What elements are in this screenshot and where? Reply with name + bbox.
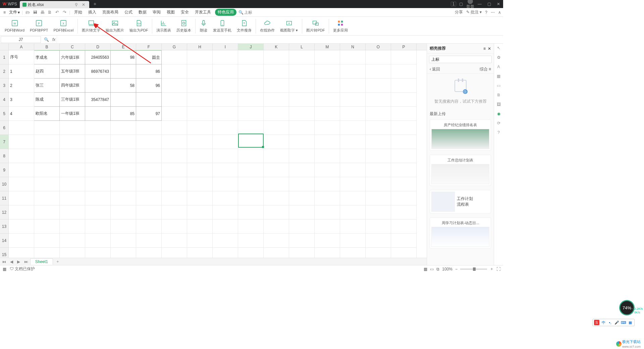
cell[interactable] (391, 93, 417, 107)
cell[interactable] (366, 163, 391, 177)
sheet-tab-1[interactable]: Sheet1 (30, 258, 53, 265)
cell[interactable] (315, 248, 340, 258)
cell[interactable] (213, 135, 238, 149)
col-P[interactable]: P (391, 44, 417, 50)
col-J[interactable]: J (238, 44, 264, 50)
cell[interactable] (85, 163, 111, 177)
cell[interactable] (187, 205, 213, 219)
tab-close-icon[interactable]: ✕ (80, 2, 87, 7)
sheet-nav-last[interactable]: ⏭ (22, 259, 30, 264)
grid-icon[interactable]: ▦ (497, 74, 500, 79)
cell[interactable] (315, 163, 340, 177)
cell[interactable] (391, 205, 417, 219)
comment-button[interactable]: ✎ 批注 ▾ (466, 9, 482, 15)
row-header[interactable]: 15 (0, 248, 9, 258)
fx-icon[interactable]: fx (51, 37, 57, 42)
sidepanel-search[interactable] (429, 56, 492, 63)
cell[interactable] (9, 121, 34, 135)
cell[interactable] (264, 163, 289, 177)
cell[interactable]: 1 (9, 64, 34, 79)
cell[interactable] (187, 107, 213, 121)
sync-icon[interactable]: ▢ (456, 2, 466, 6)
menu-insert[interactable]: 插入 (86, 9, 98, 15)
cell[interactable] (34, 191, 60, 205)
zoom-out-icon[interactable]: − (455, 267, 458, 271)
cell[interactable] (315, 177, 340, 191)
cell[interactable] (85, 79, 111, 93)
btn-img2pdf[interactable]: 图片转PDF (304, 19, 327, 33)
cell[interactable]: 96 (136, 79, 162, 93)
col-H[interactable]: H (187, 44, 213, 50)
cell[interactable] (187, 219, 213, 234)
row-header[interactable]: 12 (0, 205, 9, 219)
cell[interactable] (34, 248, 60, 258)
cell[interactable] (366, 205, 391, 219)
cell[interactable] (162, 79, 187, 93)
btn-slimfile[interactable]: 文件瘦身 (234, 19, 254, 33)
cell[interactable] (213, 248, 238, 258)
cell[interactable] (264, 205, 289, 219)
view-break-icon[interactable]: ⧉ (436, 267, 439, 271)
cell[interactable] (85, 121, 111, 135)
cell[interactable] (213, 64, 238, 79)
menu-devtools[interactable]: 开发工具 (193, 9, 213, 15)
cell[interactable]: 85 (111, 107, 136, 121)
cell[interactable] (162, 121, 187, 135)
row-header[interactable]: 10 (0, 177, 9, 191)
cell[interactable] (315, 149, 340, 163)
cell[interactable] (289, 107, 315, 121)
cell[interactable] (187, 121, 213, 135)
cell[interactable] (9, 135, 34, 149)
note-icon[interactable]: 🗎 (497, 93, 501, 97)
share-button[interactable]: 分享 (455, 9, 463, 15)
template-card[interactable]: 周学习计划表-动态日... (430, 217, 491, 249)
cell[interactable] (136, 121, 162, 135)
cell[interactable] (315, 191, 340, 205)
cell[interactable]: 欧阳名 (34, 107, 60, 121)
menu-view[interactable]: 视图 (165, 9, 177, 15)
cell[interactable] (187, 177, 213, 191)
cell[interactable]: 28405563 (85, 50, 111, 64)
cell[interactable] (136, 191, 162, 205)
cell[interactable] (315, 121, 340, 135)
sheet-nav-next[interactable]: ▶ (15, 259, 22, 264)
btn-more-apps[interactable]: 更多应用 (330, 19, 351, 33)
cell[interactable] (289, 121, 315, 135)
menu-special[interactable]: 特色应用 (215, 9, 236, 16)
cell[interactable] (60, 163, 85, 177)
new-tab-button[interactable]: ＋ (89, 1, 101, 7)
cell[interactable]: 四年级2班 (60, 79, 85, 93)
cell[interactable] (315, 79, 340, 93)
cell[interactable] (366, 149, 391, 163)
btn-export-image[interactable]: 输出为图片 (103, 19, 127, 33)
cell[interactable] (60, 191, 85, 205)
help-icon[interactable]: ? (485, 10, 487, 15)
cell[interactable] (238, 177, 264, 191)
cell[interactable] (213, 177, 238, 191)
style-icon[interactable]: ✿ (497, 55, 500, 60)
template-icon[interactable]: A (497, 64, 500, 69)
cell[interactable] (264, 107, 289, 121)
cell[interactable] (85, 177, 111, 191)
cell[interactable] (340, 149, 366, 163)
view-normal-icon[interactable]: ▦ (424, 267, 427, 271)
cell[interactable]: 六年级1班 (60, 50, 85, 64)
save-icon[interactable]: 🖬 (32, 10, 38, 15)
cell[interactable] (85, 205, 111, 219)
col-M[interactable]: M (315, 44, 340, 50)
zoom-level[interactable]: 100% (442, 267, 452, 271)
cell[interactable] (60, 149, 85, 163)
maximize-button[interactable]: ▢ (484, 2, 494, 6)
cell[interactable]: 3 (9, 93, 34, 107)
cell[interactable] (289, 64, 315, 79)
cell[interactable] (238, 107, 264, 121)
menu-search[interactable]: 🔍 (238, 10, 271, 15)
hamburger-icon[interactable]: ≡ (2, 10, 7, 15)
cell[interactable] (187, 149, 213, 163)
cell[interactable] (289, 248, 315, 258)
cell[interactable] (264, 149, 289, 163)
cell[interactable] (213, 219, 238, 234)
cell[interactable] (289, 191, 315, 205)
cell[interactable] (60, 248, 85, 258)
cell[interactable] (340, 163, 366, 177)
